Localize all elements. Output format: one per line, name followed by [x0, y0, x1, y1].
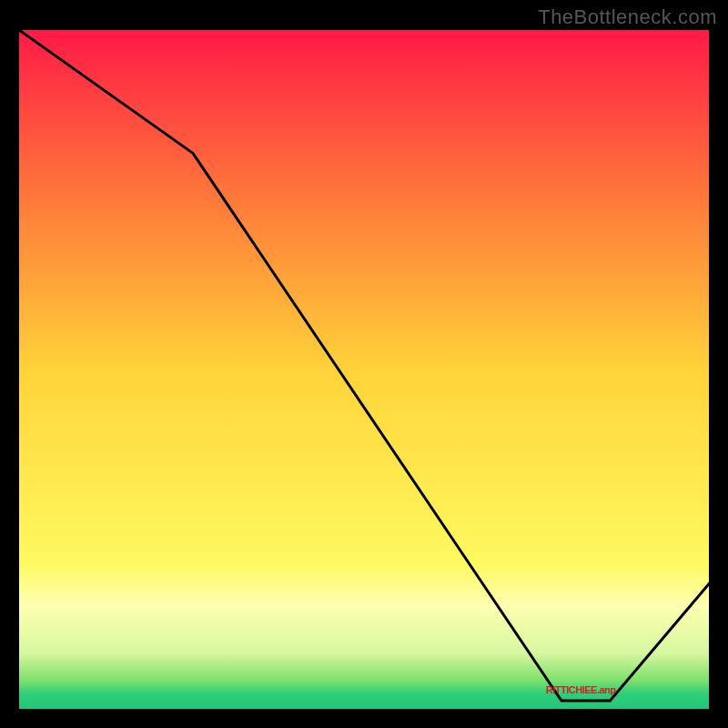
annotation-label: RITTICHIEE.anp — [546, 684, 616, 695]
chart-svg — [19, 30, 712, 712]
watermark-text: TheBottleneck.com — [538, 5, 717, 29]
chart-container: TheBottleneck.com RITTICHIEE.anp — [0, 0, 728, 728]
plot-area: RITTICHIEE.anp — [19, 30, 709, 709]
plot-frame: RITTICHIEE.anp — [16, 27, 712, 712]
gradient-background — [19, 30, 712, 712]
